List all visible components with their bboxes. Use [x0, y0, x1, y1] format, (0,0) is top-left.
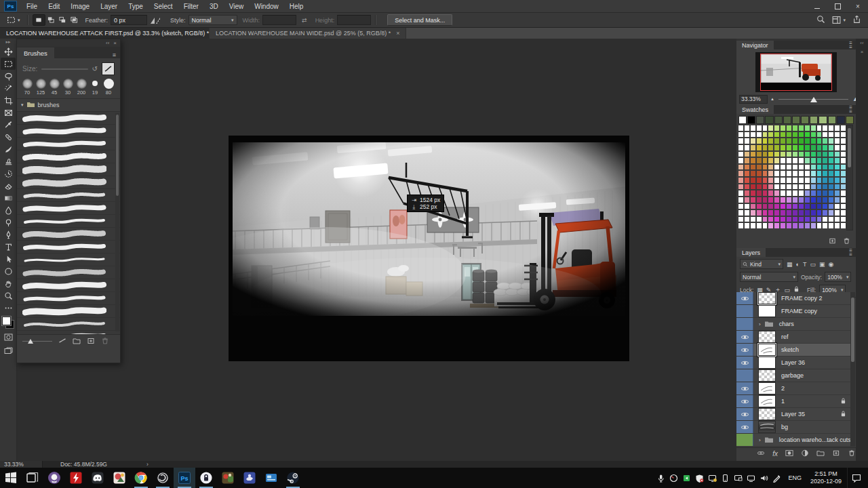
swatch-cell[interactable] [756, 209, 762, 216]
filter-pixel-icon[interactable]: ▦ [787, 261, 793, 268]
swatch-cell[interactable] [822, 125, 828, 131]
swatch-cell[interactable] [792, 209, 798, 216]
swatch-cell[interactable] [786, 216, 792, 223]
swatch-cell[interactable] [756, 216, 762, 223]
tool-eraser[interactable] [1, 180, 16, 192]
swatch-cell[interactable] [774, 222, 780, 229]
swatch-cell[interactable] [822, 197, 828, 203]
brushes-folder-row[interactable]: ▾ brushes [17, 99, 120, 111]
swatch-cell[interactable] [774, 203, 780, 210]
layers-tab[interactable]: Layers [736, 248, 766, 257]
tool-zoom[interactable] [1, 289, 16, 302]
collapse-dock-icon[interactable]: ‹‹ [860, 40, 863, 46]
layer-row-frame-copy[interactable]: FRAME copy [736, 305, 850, 318]
swatch-cell[interactable] [804, 222, 810, 229]
swatch-cell[interactable] [804, 144, 810, 151]
swatch-cell[interactable] [810, 197, 816, 203]
swatch-cell[interactable] [756, 197, 762, 203]
swatch-cell[interactable] [828, 177, 834, 184]
tool-eyedropper[interactable] [1, 119, 16, 131]
swatch-cell[interactable] [744, 144, 750, 151]
swatch-cell[interactable] [738, 138, 744, 144]
swatch-cell[interactable] [750, 151, 756, 158]
minimize-button[interactable] [807, 0, 827, 12]
recent-swatch-8[interactable] [801, 116, 809, 124]
menu-filter[interactable]: Filter [178, 3, 204, 10]
swatch-cell[interactable] [834, 157, 840, 164]
swatch-cell[interactable] [834, 151, 840, 158]
layer-row-frame-copy-2[interactable]: FRAME copy 2 [736, 292, 850, 305]
tool-gradient[interactable] [1, 192, 16, 204]
panel-menu-icon[interactable]: ≡ [113, 52, 116, 58]
swatch-cell[interactable] [780, 222, 786, 229]
close-button[interactable]: × [848, 0, 868, 12]
preview-size-slider[interactable] [22, 338, 52, 345]
layer-row-garbage[interactable]: garbage [736, 369, 850, 382]
tool-path-selection[interactable] [1, 253, 16, 265]
share-icon[interactable] [852, 15, 861, 25]
swatch-cell[interactable] [822, 222, 828, 229]
swatch-cell[interactable] [822, 203, 828, 210]
swatch-cell[interactable] [786, 170, 792, 177]
swatch-cell[interactable] [816, 170, 823, 177]
swatch-cell[interactable] [780, 197, 786, 203]
swatch-cell[interactable] [810, 177, 816, 184]
swatch-cell[interactable] [840, 125, 846, 131]
swatch-cell[interactable] [750, 203, 756, 210]
swatch-cell[interactable] [786, 203, 792, 210]
recent-swatch-13[interactable] [846, 116, 854, 124]
brush-preset-row[interactable] [17, 279, 120, 292]
swatch-cell[interactable] [756, 190, 762, 197]
swatch-cell[interactable] [786, 184, 792, 190]
swatch-cell[interactable] [792, 177, 798, 184]
swatch-cell[interactable] [816, 216, 823, 223]
swatch-cell[interactable] [840, 138, 846, 144]
reset-icon[interactable]: ↺ [92, 65, 98, 73]
swatch-cell[interactable] [840, 164, 846, 171]
swatch-cell[interactable] [822, 151, 828, 158]
swatch-cell[interactable] [762, 197, 768, 203]
swatch-cell[interactable] [828, 131, 834, 138]
swatch-cell[interactable] [750, 222, 756, 229]
swatch-cell[interactable] [792, 203, 798, 210]
swatch-cell[interactable] [798, 164, 804, 171]
layer-thumbnail[interactable] [758, 344, 776, 356]
swatch-cell[interactable] [774, 209, 780, 216]
swatch-cell[interactable] [828, 222, 834, 229]
language-indicator[interactable]: ENG [785, 474, 805, 481]
menu-file[interactable]: File [21, 3, 43, 10]
swatch-cell[interactable] [774, 164, 780, 171]
height-input[interactable] [337, 15, 371, 25]
taskbar-app-card-icon[interactable] [260, 468, 282, 488]
subtract-from-selection-button[interactable] [57, 15, 68, 25]
layer-row-2[interactable]: 2 [736, 382, 850, 395]
swatch-cell[interactable] [840, 131, 846, 138]
menu-window[interactable]: Window [249, 3, 284, 10]
layer-thumbnail[interactable] [758, 369, 776, 382]
swatch-cell[interactable] [768, 151, 774, 158]
swatch-cell[interactable] [762, 216, 768, 223]
brush-preset-row[interactable] [17, 189, 120, 202]
swatch-cell[interactable] [750, 164, 756, 171]
swatch-cell[interactable] [768, 216, 774, 223]
swatch-cell[interactable] [762, 209, 768, 216]
blend-mode-select[interactable]: Normal▾ [740, 272, 798, 282]
swatch-cell[interactable] [768, 190, 774, 197]
swatch-cell[interactable] [786, 209, 792, 216]
tool-type[interactable] [1, 241, 16, 253]
tool-lasso[interactable] [1, 70, 16, 82]
foreground-color-swatch[interactable] [2, 317, 11, 325]
layer-visibility-toggle[interactable] [736, 395, 753, 407]
swatch-cell[interactable] [738, 157, 744, 164]
swatch-cell[interactable] [798, 151, 804, 158]
layer-row-layer-35[interactable]: Layer 35 [736, 408, 850, 421]
toolbar-grip[interactable]: ▸▸ [5, 39, 10, 45]
swatch-cell[interactable] [738, 164, 744, 171]
swatch-cell[interactable] [822, 216, 828, 223]
swatch-cell[interactable] [828, 138, 834, 144]
recent-swatch-2[interactable] [747, 116, 755, 124]
swatch-cell[interactable] [834, 184, 840, 190]
swatch-cell[interactable] [816, 151, 823, 158]
swatch-cell[interactable] [828, 190, 834, 197]
layer-row-ref[interactable]: ref [736, 331, 850, 344]
